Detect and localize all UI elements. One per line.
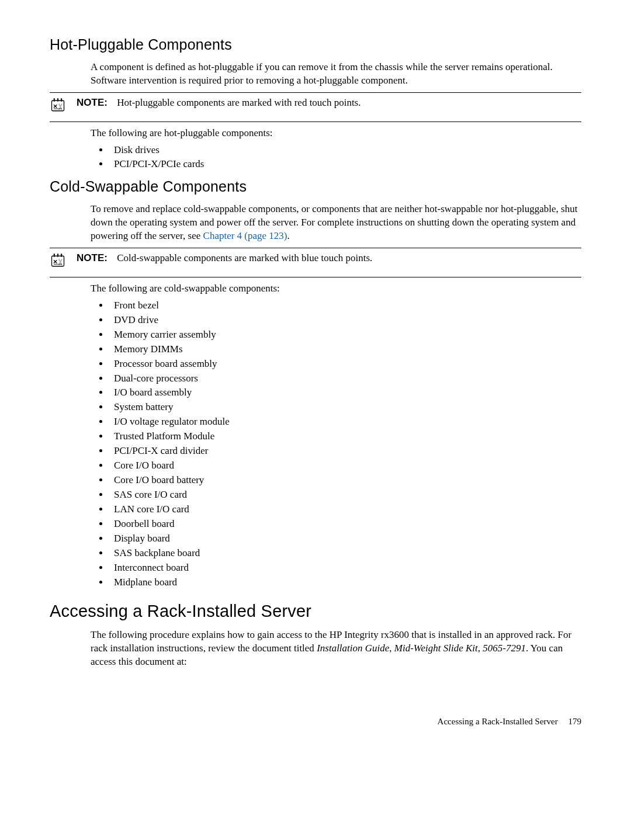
text-italic-title: Installation Guide, Mid-Weight Slide Kit… <box>317 643 526 654</box>
note-hot-pluggable: NOTE: Hot-pluggable components are marke… <box>50 92 581 122</box>
list-item: I/O voltage regulator module <box>109 415 581 429</box>
paragraph-accessing-intro: The following procedure explains how to … <box>91 629 581 669</box>
list-item: PCI/PCI-X card divider <box>109 445 581 458</box>
list-cold-swappable: Front bezel DVD drive Memory carrier ass… <box>91 299 581 589</box>
note-cold-swappable: NOTE: Cold-swappable components are mark… <box>50 248 581 277</box>
list-item: Dual-core processors <box>109 372 581 386</box>
list-item: Core I/O board <box>109 459 581 473</box>
note-icon <box>50 98 68 118</box>
list-item: Front bezel <box>109 299 581 313</box>
paragraph-hot-pluggable-intro: A component is defined as hot-pluggable … <box>91 61 581 88</box>
list-hot-pluggable: Disk drives PCI/PCI-X/PCIe cards <box>91 144 581 172</box>
list-item: SAS core I/O card <box>109 488 581 502</box>
link-chapter-4[interactable]: Chapter 4 (page 123) <box>203 230 287 241</box>
heading-hot-pluggable: Hot-Pluggable Components <box>50 35 581 55</box>
note-text: Hot-pluggable components are marked with… <box>117 97 360 108</box>
list-item: DVD drive <box>109 314 581 327</box>
text-segment: . <box>287 230 290 241</box>
note-label: NOTE: <box>77 252 108 263</box>
list-item: Disk drives <box>109 144 581 157</box>
list-item: PCI/PCI-X/PCIe cards <box>109 158 581 171</box>
list-item: SAS backplane board <box>109 547 581 560</box>
heading-accessing-rack: Accessing a Rack-Installed Server <box>50 600 581 623</box>
list-item: Interconnect board <box>109 561 581 575</box>
list-item: Processor board assembly <box>109 357 581 371</box>
page-footer: Accessing a Rack-Installed Server 179 <box>50 716 581 727</box>
list-item: Display board <box>109 532 581 546</box>
text-segment: To remove and replace cold-swappable com… <box>91 203 577 241</box>
list-item: LAN core I/O card <box>109 503 581 516</box>
note-label: NOTE: <box>77 97 108 108</box>
footer-title: Accessing a Rack-Installed Server <box>438 717 558 726</box>
list-intro-hot-pluggable: The following are hot-pluggable componen… <box>91 127 581 140</box>
list-item: Trusted Platform Module <box>109 430 581 443</box>
note-icon <box>50 253 68 273</box>
list-item: Doorbell board <box>109 518 581 531</box>
list-item: Memory DIMMs <box>109 343 581 356</box>
list-intro-cold-swappable: The following are cold-swappable compone… <box>91 282 581 296</box>
list-item: Memory carrier assembly <box>109 328 581 342</box>
footer-page-number: 179 <box>568 717 582 726</box>
list-item: Core I/O board battery <box>109 474 581 487</box>
list-item: Midplane board <box>109 576 581 589</box>
list-item: I/O board assembly <box>109 386 581 400</box>
list-item: System battery <box>109 401 581 414</box>
heading-cold-swappable: Cold-Swappable Components <box>50 177 581 197</box>
paragraph-cold-swappable-intro: To remove and replace cold-swappable com… <box>91 203 581 243</box>
note-text: Cold-swappable components are marked wit… <box>117 252 372 263</box>
